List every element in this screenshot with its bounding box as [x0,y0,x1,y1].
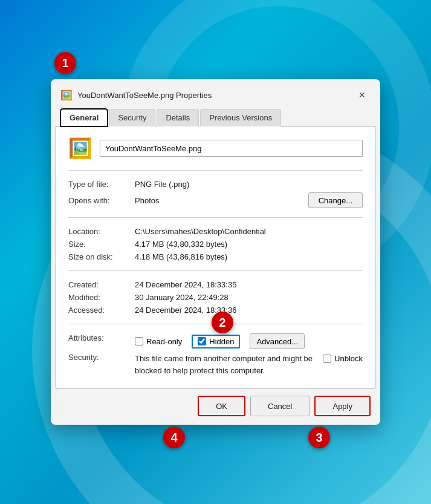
size-row: Size: 4.17 MB (43,80,332 bytes) [68,238,363,250]
divider-1 [68,170,363,171]
advanced-button[interactable]: Advanced... [250,333,305,349]
security-info-label: Security: [68,353,135,362]
attributes-label: Attributes: [68,333,135,342]
unblock-checkbox[interactable] [323,355,331,363]
readonly-checkbox[interactable] [135,337,143,345]
hidden-label: Hidden [209,337,234,346]
badge-3: 3 [308,427,330,448]
location-row: Location: C:\Users\mahes\Desktop\Confide… [68,225,363,238]
filename-row: 🖼️ [68,136,363,160]
ok-button[interactable]: OK [198,396,245,416]
badge-4: 4 [163,427,185,448]
tab-previous-versions[interactable]: Previous Versions [200,109,281,126]
modified-value: 30 January 2024, 22:49:28 [135,293,363,302]
opens-value: Photos [135,196,308,205]
size-value: 4.17 MB (43,80,332 bytes) [135,240,363,249]
modified-row: Modified: 30 January 2024, 22:49:28 [68,291,363,304]
title-bar: 🖼️ YouDontWantToSeeMe.png Properties ✕ [51,79,380,103]
accessed-row: Accessed: 24 December 2024, 18:33:36 [68,304,363,316]
tab-general[interactable]: General [60,109,108,126]
title-bar-left: 🖼️ YouDontWantToSeeMe.png Properties [60,89,212,101]
readonly-checkbox-label[interactable]: Read-only [135,337,182,346]
file-icon-large: 🖼️ [68,136,92,160]
opens-label: Opens with: [68,196,135,205]
change-button[interactable]: Change... [308,192,363,208]
security-text: This file came from another computer and… [135,353,316,376]
size-on-disk-row: Size on disk: 4.18 MB (43,86,816 bytes) [68,250,363,263]
button-bar: OK Cancel Apply [51,388,380,425]
hidden-checkbox[interactable] [198,337,206,345]
tab-security[interactable]: Security [109,109,155,126]
type-row: Type of file: PNG File (.png) [68,178,363,191]
apply-button[interactable]: Apply [314,396,371,416]
opens-with-row: Opens with: Photos Change... [68,191,363,210]
type-value: PNG File (.png) [135,180,363,189]
size-on-disk-label: Size on disk: [68,252,135,261]
created-row: Created: 24 December 2024, 18:33:35 [68,278,363,291]
attributes-row: Attributes: Read-only Hidden Advanced... [68,332,363,351]
properties-dialog: 🖼️ YouDontWantToSeeMe.png Properties ✕ G… [51,79,380,425]
file-icon: 🖼️ [60,89,73,101]
readonly-label: Read-only [146,337,182,346]
security-row: This file came from another computer and… [135,353,363,376]
divider-3 [68,270,363,271]
unblock-label: Unblock [334,354,363,363]
type-label: Type of file: [68,180,135,189]
cancel-button[interactable]: Cancel [250,396,309,416]
modified-label: Modified: [68,293,135,302]
divider-4 [68,324,363,324]
filename-input[interactable] [100,140,363,157]
size-on-disk-value: 4.18 MB (43,86,816 bytes) [135,252,363,261]
created-value: 24 December 2024, 18:33:35 [135,280,363,289]
accessed-value: 24 December 2024, 18:33:36 [135,306,363,315]
badge-1: 1 [54,52,76,74]
size-label: Size: [68,240,135,249]
attributes-controls: Read-only Hidden Advanced... [135,333,305,349]
hidden-checkbox-group[interactable]: Hidden [192,335,240,349]
dialog-title: YouDontWantToSeeMe.png Properties [77,91,212,100]
divider-2 [68,217,363,218]
location-label: Location: [68,227,135,236]
close-button[interactable]: ✕ [354,87,371,103]
tabs-bar: General Security Details Previous Versio… [51,103,380,126]
tab-details[interactable]: Details [157,109,199,126]
accessed-label: Accessed: [68,306,135,315]
location-value: C:\Users\mahes\Desktop\Confidential [135,227,363,236]
created-label: Created: [68,280,135,289]
tab-content: 🖼️ Type of file: PNG File (.png) Opens w… [56,126,375,388]
unblock-group: Unblock [323,353,363,363]
security-info-row: Security: This file came from another co… [68,351,363,378]
